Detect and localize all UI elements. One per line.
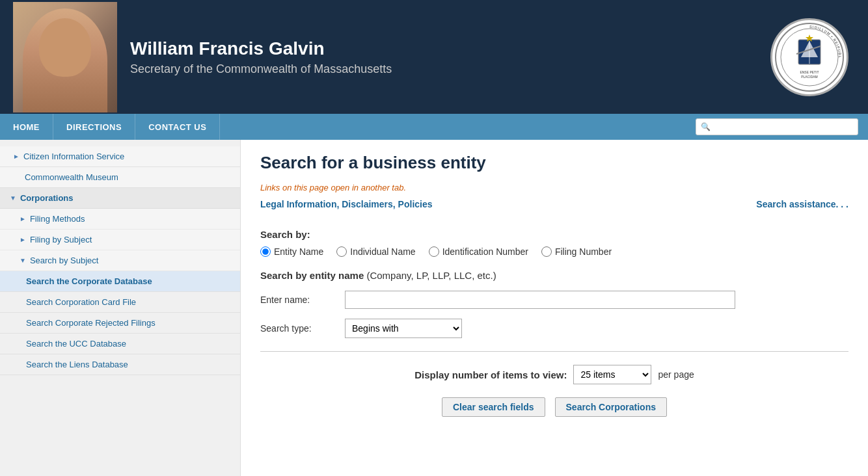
navigation-bar: HOME DIRECTIONS CONTACT US <box>0 114 868 140</box>
search-radio-group: Entity Name Individual Name Identificati… <box>260 246 848 257</box>
arrow-down-icon: ▼ <box>10 194 16 202</box>
radio-entity-name[interactable]: Entity Name <box>260 246 323 257</box>
nav-directions[interactable]: DIRECTIONS <box>53 114 135 140</box>
enter-name-row: Enter name: <box>260 291 848 309</box>
enter-name-label: Enter name: <box>260 295 345 305</box>
sidebar-item-commonwealth-museum[interactable]: Commonwealth Museum <box>0 167 240 188</box>
filing-by-subject-link[interactable]: Filing by Subject <box>30 235 92 245</box>
nav-search-input[interactable] <box>696 118 858 135</box>
entity-name-input[interactable] <box>345 291 735 309</box>
clear-search-button[interactable]: Clear search fields <box>442 397 545 417</box>
radio-filing-number[interactable]: Filing Number <box>541 246 612 257</box>
svg-text:PLACIDAM: PLACIDAM <box>801 75 818 79</box>
entity-name-section: Search by entity name (Company, LP, LLP,… <box>260 270 848 338</box>
search-by-subject-link[interactable]: Search by Subject <box>30 256 99 265</box>
main-layout: ► Citizen Information Service Commonweal… <box>0 140 868 476</box>
svg-text:ENSE PETIT: ENSE PETIT <box>800 70 819 74</box>
citizen-info-link[interactable]: Citizen Information Service <box>23 152 124 161</box>
nav-items: HOME DIRECTIONS CONTACT US <box>0 114 220 140</box>
sidebar-search-corp-card[interactable]: Search Corporation Card File <box>0 292 240 313</box>
legal-links-row: Legal Information, Disclaimers, Policies… <box>260 199 848 216</box>
arrow-right-icon: ► <box>13 153 20 160</box>
search-type-row: Search type: Begins with Contains Exact … <box>260 319 848 338</box>
sidebar-filing-by-subject[interactable]: ► Filing by Subject <box>0 230 240 250</box>
commonwealth-museum-link[interactable]: Commonwealth Museum <box>25 172 118 182</box>
official-name: William Francis Galvin <box>130 38 392 59</box>
nav-search-area <box>696 118 858 135</box>
arrow-right-icon-2: ► <box>20 215 26 222</box>
sidebar-search-liens[interactable]: Search the Liens Database <box>0 354 240 375</box>
search-type-select[interactable]: Begins with Contains Exact match <box>345 319 462 338</box>
sidebar-search-corporate-db[interactable]: Search the Corporate Database <box>0 271 240 292</box>
search-liens-link[interactable]: Search the Liens Database <box>26 360 128 369</box>
sidebar-search-ucc[interactable]: Search the UCC Database <box>0 334 240 354</box>
sidebar-search-by-subject[interactable]: ▼ Search by Subject <box>0 250 240 271</box>
nav-contact[interactable]: CONTACT US <box>135 114 220 140</box>
sidebar-corporations-header[interactable]: ▼ Corporations <box>0 188 240 209</box>
per-page-text: per page <box>658 369 694 380</box>
main-content: Search for a business entity Links on th… <box>241 140 868 476</box>
radio-individual-name-input[interactable] <box>336 246 347 257</box>
arrow-down-icon-2: ▼ <box>20 257 26 264</box>
legal-link[interactable]: Legal Information, Disclaimers, Policies <box>260 199 433 209</box>
search-icon-wrapper <box>696 118 858 135</box>
search-by-label: Search by: <box>260 229 848 240</box>
search-type-label: Search type: <box>260 323 345 334</box>
button-row: Clear search fields Search Corporations <box>260 397 848 417</box>
official-title: Secretary of the Commonwealth of Massach… <box>130 62 392 76</box>
radio-filing-number-input[interactable] <box>541 246 552 257</box>
search-corporate-db-link[interactable]: Search the Corporate Database <box>26 276 152 286</box>
entity-name-section-label: Search by entity name (Company, LP, LLP,… <box>260 270 848 281</box>
radio-individual-name[interactable]: Individual Name <box>336 246 415 257</box>
search-by-section: Search by: Entity Name Individual Name I… <box>260 229 848 257</box>
header-text-block: William Francis Galvin Secretary of the … <box>130 38 392 76</box>
sidebar-filing-methods[interactable]: ► Filing Methods <box>0 209 240 230</box>
search-ucc-link[interactable]: Search the UCC Database <box>26 339 126 349</box>
search-corporations-button[interactable]: Search Corporations <box>555 397 667 417</box>
search-corp-card-link[interactable]: Search Corporation Card File <box>26 297 136 307</box>
display-items-row: Display number of items to view: 25 item… <box>260 365 848 384</box>
filing-methods-link[interactable]: Filing Methods <box>30 214 85 224</box>
radio-id-number[interactable]: Identification Number <box>429 246 528 257</box>
info-text: Links on this page open in another tab. <box>260 183 848 192</box>
radio-id-number-label: Identification Number <box>442 246 528 257</box>
page-header: William Francis Galvin Secretary of the … <box>0 0 868 114</box>
corporations-label: Corporations <box>20 193 74 203</box>
sidebar-item-citizen-info[interactable]: ► Citizen Information Service <box>0 146 240 167</box>
radio-individual-name-label: Individual Name <box>350 246 415 257</box>
state-seal: SIGILLUM • REIPUBLICÆ • MASSACHUSETTENSI… <box>770 18 848 96</box>
radio-entity-name-label: Entity Name <box>274 246 323 257</box>
search-assistance-link[interactable]: Search assistance. . . <box>756 199 848 209</box>
radio-id-number-input[interactable] <box>429 246 439 257</box>
radio-entity-name-input[interactable] <box>260 246 271 257</box>
sidebar: ► Citizen Information Service Commonweal… <box>0 140 241 476</box>
nav-home[interactable]: HOME <box>0 114 53 140</box>
arrow-right-icon-3: ► <box>20 236 26 243</box>
radio-filing-number-label: Filing Number <box>555 246 612 257</box>
divider <box>260 351 848 352</box>
page-title: Search for a business entity <box>260 153 848 173</box>
search-corp-rejected-link[interactable]: Search Corporate Rejected Filings <box>26 318 156 328</box>
official-photo <box>13 2 117 112</box>
display-label: Display number of items to view: <box>414 369 567 380</box>
items-per-page-select[interactable]: 25 items 50 items 100 items <box>573 365 651 384</box>
sidebar-search-corp-rejected[interactable]: Search Corporate Rejected Filings <box>0 313 240 334</box>
